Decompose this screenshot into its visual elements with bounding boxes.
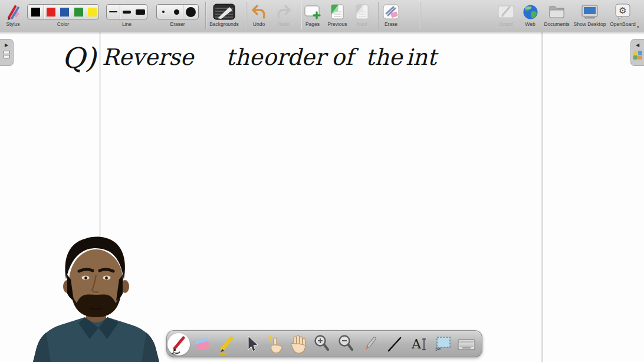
web-browser-button[interactable]: Web [520,0,541,32]
zoom-in-icon [312,333,332,356]
stylus-button[interactable]: Stylus [1,0,25,32]
show-desktop-icon [580,3,599,21]
backgrounds-icon [213,3,235,21]
erase-page-icon [382,3,400,21]
toolbar-separator [246,2,247,29]
color-swatch-green[interactable] [72,5,86,19]
tool-capture-button[interactable]: ✂ [433,333,453,356]
tool-zoom-in-button[interactable] [312,333,332,356]
pages-icon [304,3,321,21]
eraser-group: Eraser [156,0,199,32]
eraser-medium-button[interactable] [170,5,183,19]
previous-page-button[interactable]: Previous [324,0,350,32]
eraser-small-button[interactable] [157,5,170,19]
line-thick-button[interactable] [133,5,147,19]
handwriting-word: the [366,44,404,70]
openboard-gear-icon: ⚙ [614,3,632,21]
line-label: Line [122,21,132,27]
previous-page-label: Previous [327,21,347,27]
page-navigator-icon [4,51,10,58]
tool-text-button[interactable]: A [409,333,429,356]
pan-hand-icon [288,333,308,356]
redo-button[interactable]: Redo [272,0,295,32]
undo-button[interactable]: Undo [247,0,271,32]
color-label: Color [57,21,69,27]
color-swatch-yellow[interactable] [86,5,98,19]
capture-icon: ✂ [433,333,453,356]
undo-label: Undo [253,21,265,27]
line-medium-button[interactable] [120,5,134,19]
handwriting-word: the [226,44,264,70]
stylus-toolbar[interactable]: A ✂ [166,330,482,357]
pages-label: Pages [305,21,320,27]
right-drawer-tab[interactable]: ◀ [630,39,644,66]
next-page-button[interactable]: Next [351,0,373,32]
expand-left-icon: ◀ [636,42,639,48]
tool-zoom-out-button[interactable] [336,333,356,356]
cursor-arrow-icon [241,333,261,356]
color-group: Color [27,0,100,32]
tool-eraser-button[interactable] [192,333,212,356]
top-toolbar: Stylus Color Line [0,0,644,32]
tool-hand-button[interactable] [288,333,308,356]
next-page-icon [354,3,370,21]
redo-icon [275,3,292,21]
zoom-out-icon [336,333,356,356]
tool-keyboard-button[interactable] [456,333,477,356]
next-page-label: Next [357,21,367,27]
line-thin-button[interactable] [107,5,120,19]
web-globe-icon [522,3,539,21]
handwriting-word: Reverse [102,44,195,70]
erase-page-label: Erase [385,21,397,27]
board-mode-icon [497,3,515,21]
show-desktop-button[interactable]: Show Desktop [571,0,608,32]
handwriting-ink: Q) Reverse the order of the int [56,34,504,90]
tool-line-button[interactable] [385,333,405,356]
library-icon [633,51,642,60]
text-tool-icon: A [409,333,429,356]
laser-pointer-icon [360,333,380,356]
handwriting-word: int [406,44,439,70]
interact-hand-icon [264,333,284,356]
openboard-menu-label: OpenBoard [610,21,635,27]
handwriting-prefix: Q) [62,41,97,74]
backgrounds-button[interactable]: Backgrounds [209,0,239,32]
color-swatch-black[interactable] [28,5,44,19]
erase-page-button[interactable]: Erase [379,0,403,32]
tool-marker-button[interactable] [216,333,236,356]
text-tool-glyph: A [411,337,422,351]
tool-pointer-button[interactable] [360,333,380,356]
handwriting-word: of [331,44,359,70]
eraser-icon [192,333,212,356]
marker-icon [216,333,236,356]
handwriting-word: order [263,44,329,70]
openboard-menu-button[interactable]: ⚙ OpenBoard [607,0,638,32]
backgrounds-label: Backgrounds [209,21,239,27]
eraser-label: Eraser [170,21,185,27]
keyboard-icon [456,333,477,356]
board-mode-label: Board [500,21,513,27]
color-swatch-blue[interactable] [58,5,72,19]
tool-selector-button[interactable] [241,333,261,356]
documents-folder-icon [548,3,566,21]
documents-button[interactable]: Documents [541,0,572,32]
left-drawer-tab[interactable]: ▶ [0,39,14,66]
pages-button[interactable]: Pages [301,0,324,32]
stylus-icon [5,3,21,21]
board-mode-button[interactable]: Board [494,0,518,32]
pen-icon [169,333,189,356]
tool-play-button[interactable] [264,333,284,356]
webcam-overlay [33,233,170,362]
toolbar-shadow [0,33,644,35]
openboard-window: Q) Reverse the order of the int [0,0,644,362]
eraser-large-button[interactable] [183,5,198,19]
toolbar-overflow-caret[interactable]: ▾ [637,25,639,29]
page-edge-line [541,32,543,362]
tool-pen-button[interactable] [169,333,189,356]
line-tool-icon [385,333,405,356]
stylus-label: Stylus [6,21,19,27]
line-group: Line [106,0,148,32]
gear-glyph: ⚙ [619,5,626,15]
color-swatch-red[interactable] [44,5,58,19]
scissors-glyph: ✂ [435,345,442,354]
